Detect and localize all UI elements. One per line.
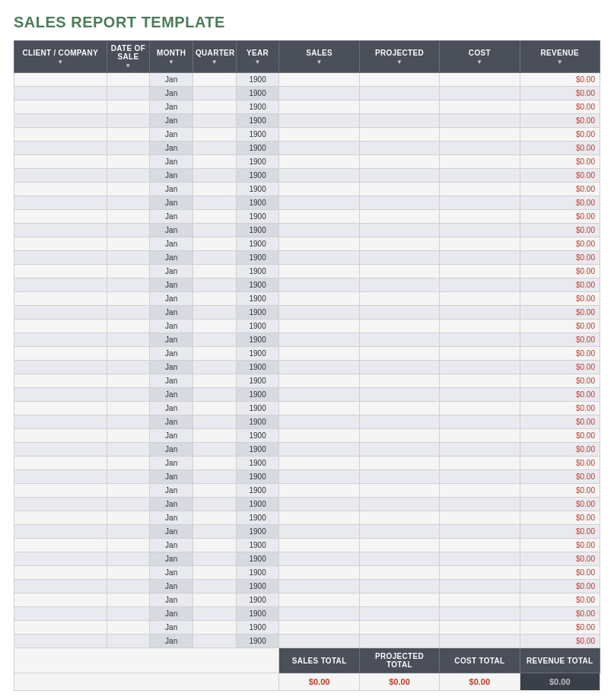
table-row: Jan1900$0.00 — [14, 361, 600, 374]
table-row: Jan1900$0.00 — [14, 196, 600, 210]
revenue-total-value: $0.00 — [520, 673, 600, 691]
table-row: Jan1900$0.00 — [14, 292, 600, 306]
table-row: Jan1900$0.00 — [14, 457, 600, 470]
table-row: Jan1900$0.00 — [14, 635, 600, 648]
revenue-total-label: REVENUE TOTAL — [520, 648, 600, 673]
table-row: Jan1900$0.00 — [14, 621, 600, 635]
dropdown-arrow-quarter[interactable]: ▼ — [196, 59, 234, 65]
cost-total-label: COST TOTAL — [440, 648, 520, 673]
table-row: Jan1900$0.00 — [14, 470, 600, 484]
table-row: Jan1900$0.00 — [14, 607, 600, 621]
cost-total-value: $0.00 — [440, 673, 520, 691]
table-row: Jan1900$0.00 — [14, 415, 600, 429]
table-row: Jan1900$0.00 — [14, 498, 600, 511]
table-row: Jan1900$0.00 — [14, 484, 600, 498]
table-row: Jan1900$0.00 — [14, 347, 600, 361]
table-row: Jan1900$0.00 — [14, 580, 600, 593]
table-row: Jan1900$0.00 — [14, 374, 600, 388]
projected-total-label: PROJECTED TOTAL — [359, 648, 439, 673]
table-row: Jan1900$0.00 — [14, 265, 600, 278]
dropdown-arrow-sales[interactable]: ▼ — [282, 59, 356, 65]
table-row: Jan1900$0.00 — [14, 388, 600, 402]
table-row: Jan1900$0.00 — [14, 87, 600, 100]
table-row: Jan1900$0.00 — [14, 333, 600, 347]
col-header-projected[interactable]: PROJECTED ▼ — [359, 41, 439, 73]
table-row: Jan1900$0.00 — [14, 539, 600, 552]
dropdown-arrow-revenue[interactable]: ▼ — [523, 59, 597, 65]
table-row: Jan1900$0.00 — [14, 155, 600, 169]
table-row: Jan1900$0.00 — [14, 237, 600, 251]
sales-total-label: SALES TOTAL — [279, 648, 359, 673]
table-row: Jan1900$0.00 — [14, 169, 600, 183]
sales-report-table: CLIENT / COMPANY ▼ DATE OF SALE ▼ MONTH … — [14, 40, 600, 691]
col-header-cost[interactable]: COST ▼ — [440, 41, 520, 73]
table-row: Jan1900$0.00 — [14, 593, 600, 607]
dropdown-arrow-date[interactable]: ▼ — [110, 62, 148, 69]
col-header-quarter[interactable]: QUARTER ▼ — [193, 41, 237, 73]
table-row: Jan1900$0.00 — [14, 429, 600, 443]
sales-total-value: $0.00 — [279, 673, 359, 691]
table-row: Jan1900$0.00 — [14, 100, 600, 114]
dropdown-arrow-year[interactable]: ▼ — [239, 59, 277, 65]
table-row: Jan1900$0.00 — [14, 552, 600, 566]
table-row: Jan1900$0.00 — [14, 224, 600, 237]
col-header-sales[interactable]: SALES ▼ — [279, 41, 359, 73]
page-title: SALES REPORT TEMPLATE — [14, 14, 600, 31]
table-row: Jan1900$0.00 — [14, 278, 600, 292]
table-row: Jan1900$0.00 — [14, 566, 600, 580]
table-row: Jan1900$0.00 — [14, 525, 600, 539]
table-row: Jan1900$0.00 — [14, 511, 600, 525]
dropdown-arrow-projected[interactable]: ▼ — [362, 59, 437, 65]
projected-total-value: $0.00 — [359, 673, 439, 691]
dropdown-arrow-cost[interactable]: ▼ — [442, 59, 517, 65]
table-row: Jan1900$0.00 — [14, 210, 600, 224]
col-header-month[interactable]: MONTH ▼ — [150, 41, 193, 73]
table-row: Jan1900$0.00 — [14, 443, 600, 457]
table-row: Jan1900$0.00 — [14, 114, 600, 128]
table-row: Jan1900$0.00 — [14, 306, 600, 320]
table-row: Jan1900$0.00 — [14, 320, 600, 333]
table-row: Jan1900$0.00 — [14, 402, 600, 415]
table-row: Jan1900$0.00 — [14, 251, 600, 265]
table-row: Jan1900$0.00 — [14, 183, 600, 196]
table-row: Jan1900$0.00 — [14, 73, 600, 87]
table-row: Jan1900$0.00 — [14, 128, 600, 142]
col-header-revenue[interactable]: REVENUE ▼ — [520, 41, 600, 73]
col-header-year[interactable]: YEAR ▼ — [236, 41, 279, 73]
col-header-date[interactable]: DATE OF SALE ▼ — [107, 41, 150, 73]
dropdown-arrow-client[interactable]: ▼ — [17, 59, 104, 65]
col-header-client[interactable]: CLIENT / COMPANY ▼ — [14, 41, 107, 73]
table-container: CLIENT / COMPANY ▼ DATE OF SALE ▼ MONTH … — [14, 40, 600, 691]
table-row: Jan1900$0.00 — [14, 142, 600, 155]
dropdown-arrow-month[interactable]: ▼ — [152, 59, 190, 65]
